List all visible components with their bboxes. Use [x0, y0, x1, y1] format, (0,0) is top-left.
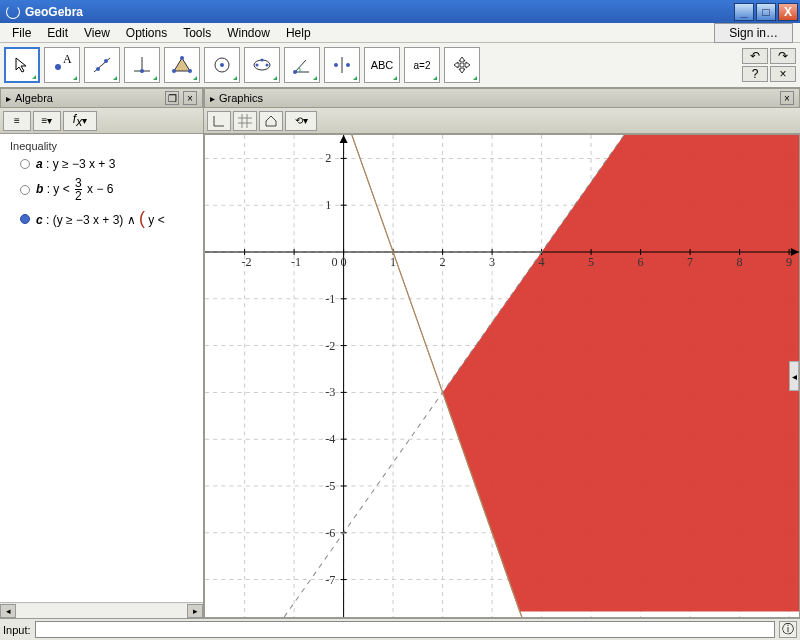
- tool-text[interactable]: ABC: [364, 47, 400, 83]
- svg-text:-7: -7: [325, 573, 335, 587]
- svg-point-15: [256, 64, 259, 67]
- svg-text:7: 7: [687, 255, 693, 269]
- svg-text:6: 6: [638, 255, 644, 269]
- svg-point-4: [104, 59, 108, 63]
- algebra-panel-header[interactable]: ▸ Algebra ❐ ×: [0, 88, 203, 108]
- tool-polygon[interactable]: [164, 47, 200, 83]
- tool-perpendicular[interactable]: [124, 47, 160, 83]
- svg-text:8: 8: [737, 255, 743, 269]
- svg-text:0: 0: [341, 255, 347, 269]
- svg-text:-4: -4: [325, 432, 335, 446]
- tool-circle[interactable]: [204, 47, 240, 83]
- algebra-panel-close-button[interactable]: ×: [183, 91, 197, 105]
- input-bar: Input: ⓘ: [0, 618, 800, 640]
- menu-tools[interactable]: Tools: [175, 24, 219, 42]
- graphics-side-tab[interactable]: ◂: [789, 361, 799, 391]
- hscroll-right[interactable]: ▸: [187, 604, 203, 618]
- svg-text:A: A: [63, 55, 72, 66]
- input-field[interactable]: [35, 621, 775, 638]
- svg-text:5: 5: [588, 255, 594, 269]
- graphics-panel-header[interactable]: ▸ Graphics ×: [204, 88, 800, 108]
- graphics-plot[interactable]: -2-10123456789-7-6-5-4-3-2-1120: [205, 135, 799, 617]
- svg-text:-2: -2: [325, 339, 335, 353]
- help-button[interactable]: ?: [742, 66, 768, 82]
- svg-text:-2: -2: [242, 255, 252, 269]
- tool-move[interactable]: [4, 47, 40, 83]
- menu-options[interactable]: Options: [118, 24, 175, 42]
- tool-ellipse[interactable]: [244, 47, 280, 83]
- svg-marker-44: [443, 135, 799, 611]
- close-help-button[interactable]: ×: [770, 66, 796, 82]
- menu-view[interactable]: View: [76, 24, 118, 42]
- app-icon: [6, 5, 20, 19]
- tool-reflect[interactable]: [324, 47, 360, 83]
- svg-point-3: [96, 67, 100, 71]
- svg-text:-1: -1: [291, 255, 301, 269]
- input-help-button[interactable]: ⓘ: [779, 621, 797, 638]
- graphics-canvas[interactable]: -2-10123456789-7-6-5-4-3-2-1120 ◂: [204, 134, 800, 618]
- svg-point-13: [220, 63, 224, 67]
- graphics-panel-close-button[interactable]: ×: [780, 91, 794, 105]
- window-close-button[interactable]: X: [778, 3, 798, 21]
- svg-point-16: [266, 64, 269, 67]
- svg-text:3: 3: [489, 255, 495, 269]
- visibility-toggle-c[interactable]: [20, 214, 30, 224]
- tool-slider[interactable]: a=2: [404, 47, 440, 83]
- menu-file[interactable]: File: [4, 24, 39, 42]
- algebra-toolbar: ≡ ≡▾ fx▾: [0, 108, 203, 134]
- svg-point-7: [140, 69, 144, 73]
- menu-window[interactable]: Window: [219, 24, 278, 42]
- tree-item-b[interactable]: b : y < 32 x − 6: [2, 174, 201, 205]
- window-minimize-button[interactable]: _: [734, 3, 754, 21]
- algebra-section[interactable]: Inequality: [2, 138, 201, 154]
- svg-text:0: 0: [331, 255, 337, 269]
- algebra-hscrollbar[interactable]: ◂ ▸: [0, 602, 203, 618]
- window-maximize-button[interactable]: □: [756, 3, 776, 21]
- algebra-panel-title: Algebra: [15, 92, 161, 104]
- svg-text:-5: -5: [325, 479, 335, 493]
- hscroll-left[interactable]: ◂: [0, 604, 16, 618]
- graphics-grid-button[interactable]: [233, 111, 257, 131]
- window-title: GeoGebra: [25, 5, 734, 19]
- graphics-capture-button[interactable]: ⟲▾: [285, 111, 317, 131]
- menu-edit[interactable]: Edit: [39, 24, 76, 42]
- svg-point-21: [346, 63, 350, 67]
- signin-button[interactable]: Sign in…: [714, 23, 793, 43]
- svg-text:-6: -6: [325, 526, 335, 540]
- undo-redo-group: ↶↷ ?×: [742, 48, 796, 82]
- visibility-toggle-b[interactable]: [20, 185, 30, 195]
- svg-text:1: 1: [325, 198, 331, 212]
- algebra-aux-button[interactable]: ≡▾: [33, 111, 61, 131]
- input-label: Input:: [3, 624, 31, 636]
- tool-angle[interactable]: [284, 47, 320, 83]
- svg-text:2: 2: [325, 151, 331, 165]
- graphics-toolbar: ⟲▾: [204, 108, 800, 134]
- algebra-tree: Inequality a : y ≥ −3 x + 3 b : y < 32 x…: [0, 134, 203, 602]
- menu-help[interactable]: Help: [278, 24, 319, 42]
- svg-point-20: [334, 63, 338, 67]
- svg-point-11: [172, 69, 176, 73]
- algebra-fx-button[interactable]: fx▾: [63, 111, 97, 131]
- svg-text:9: 9: [786, 255, 792, 269]
- graphics-panel-title: Graphics: [219, 92, 776, 104]
- svg-text:-3: -3: [325, 385, 335, 399]
- svg-point-0: [55, 64, 61, 70]
- algebra-panel-window-button[interactable]: ❐: [165, 91, 179, 105]
- graphics-panel: ▸ Graphics × ⟲▾ -2-10123456789-7-6-5-4-3…: [204, 88, 800, 618]
- tree-item-a[interactable]: a : y ≥ −3 x + 3: [2, 154, 201, 174]
- undo-button[interactable]: ↶: [742, 48, 768, 64]
- tree-item-c[interactable]: c : (y ≥ −3 x + 3) ∧ ( y <: [2, 205, 201, 232]
- algebra-sort-button[interactable]: ≡: [3, 111, 31, 131]
- algebra-panel: ▸ Algebra ❐ × ≡ ≡▾ fx▾ Inequality a : y …: [0, 88, 204, 618]
- tool-point[interactable]: A: [44, 47, 80, 83]
- tool-line[interactable]: [84, 47, 120, 83]
- visibility-toggle-a[interactable]: [20, 159, 30, 169]
- redo-button[interactable]: ↷: [770, 48, 796, 64]
- graphics-home-button[interactable]: [259, 111, 283, 131]
- tool-move-view[interactable]: [444, 47, 480, 83]
- hscroll-track[interactable]: [16, 604, 187, 618]
- svg-point-10: [188, 69, 192, 73]
- graphics-axes-button[interactable]: [207, 111, 231, 131]
- tool-toolbar: A ABC a=2 ↶↷ ?×: [0, 43, 800, 88]
- svg-text:-1: -1: [325, 292, 335, 306]
